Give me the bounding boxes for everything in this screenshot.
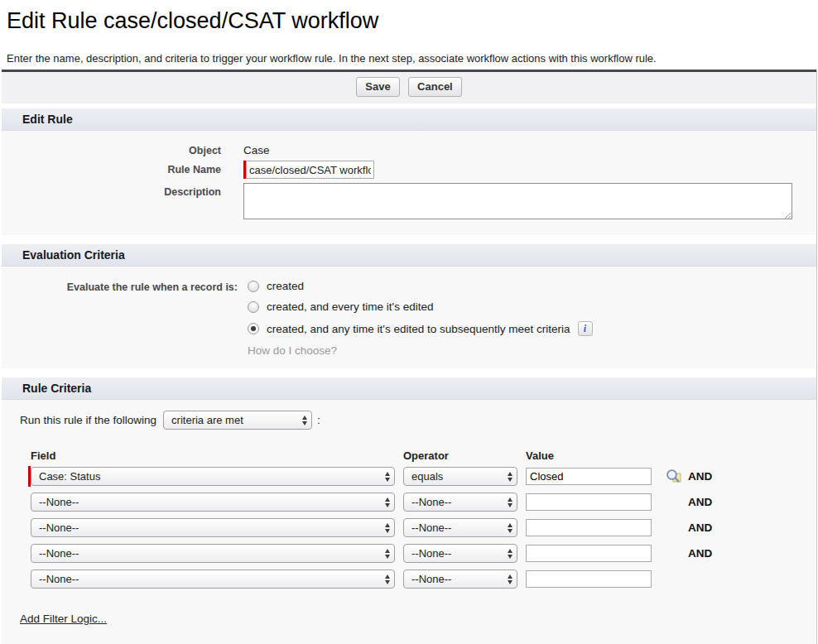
description-label: Description: [2, 183, 221, 223]
value-input[interactable]: [526, 493, 652, 511]
select-spinner-icon: [508, 472, 512, 482]
radio-option-created-edited: created, and every time it's edited: [248, 300, 593, 313]
value-input[interactable]: [526, 519, 652, 536]
and-connector: AND: [688, 470, 712, 483]
rule-name-input[interactable]: [246, 161, 374, 179]
select-spinner-icon: [385, 549, 390, 559]
field-select[interactable]: Case: Status: [31, 467, 395, 486]
value-input[interactable]: [526, 570, 652, 588]
evaluation-criteria-section: Evaluation Criteria Evaluate the rule wh…: [2, 244, 816, 368]
operator-select-value: --None--: [411, 547, 451, 560]
select-spinner-icon: [385, 472, 390, 482]
criteria-row: --None-- --None-- AND: [28, 492, 816, 512]
run-rule-suffix: :: [317, 414, 320, 426]
select-spinner-icon: [302, 416, 307, 425]
field-select[interactable]: --None--: [31, 493, 395, 512]
page-title: Edit Rule case/closed/CSAT workflow: [0, 0, 818, 34]
value-input[interactable]: [526, 545, 652, 562]
radio-option-label: created, and every time it's edited: [267, 300, 433, 313]
run-rule-text: Run this rule if the following: [20, 414, 156, 426]
select-spinner-icon: [385, 497, 390, 507]
filter-logic-select[interactable]: criteria are met: [163, 411, 312, 430]
select-spinner-icon: [508, 549, 512, 559]
top-button-bar: Save Cancel: [2, 70, 816, 103]
radio-button-icon[interactable]: [248, 281, 259, 292]
info-icon[interactable]: i: [578, 321, 593, 336]
rule-name-label: Rule Name: [2, 161, 221, 179]
operator-select-value: equals: [411, 470, 443, 483]
field-select-value: --None--: [39, 521, 79, 534]
criteria-table: Field Operator Value Case: Status equals: [28, 449, 816, 589]
main-content: Save Cancel Edit Rule Object Case Rule N…: [2, 70, 817, 644]
rule-criteria-section: Rule Criteria Run this rule if the follo…: [2, 377, 816, 644]
object-row: Object Case: [2, 142, 816, 156]
criteria-row: --None-- --None--: [28, 569, 816, 589]
radio-button-icon[interactable]: [248, 301, 259, 313]
evaluation-criteria-header: Evaluation Criteria: [2, 244, 816, 267]
select-spinner-icon: [508, 497, 512, 507]
textarea-resize-handle-icon[interactable]: [783, 212, 791, 219]
select-spinner-icon: [508, 574, 512, 584]
filter-logic-select-value: criteria are met: [171, 414, 243, 426]
operator-select[interactable]: --None--: [403, 544, 517, 563]
criteria-row: --None-- --None-- AND: [28, 543, 816, 564]
description-row: Description: [2, 183, 816, 223]
value-input[interactable]: [526, 468, 652, 485]
operator-column-header: Operator: [403, 449, 526, 462]
edit-rule-section: Edit Rule Object Case Rule Name Descript…: [2, 108, 816, 235]
field-select[interactable]: --None--: [31, 544, 395, 563]
radio-button-icon[interactable]: [248, 323, 259, 334]
operator-select-value: --None--: [411, 573, 451, 585]
select-spinner-icon: [508, 523, 512, 533]
field-select-value: --None--: [39, 496, 79, 508]
radio-option-created-subsequently: created, and any time it's edited to sub…: [248, 321, 593, 336]
object-value: Case: [243, 142, 270, 156]
operator-select-value: --None--: [411, 496, 451, 508]
lookup-icon[interactable]: [666, 469, 681, 484]
field-select-value: Case: Status: [39, 470, 100, 483]
field-column-header: Field: [28, 449, 403, 462]
object-label: Object: [2, 142, 221, 156]
operator-select[interactable]: --None--: [403, 518, 517, 537]
and-connector: AND: [688, 496, 712, 508]
field-select[interactable]: --None--: [31, 518, 395, 537]
operator-select-value: --None--: [411, 521, 451, 534]
select-spinner-icon: [385, 523, 390, 533]
operator-select[interactable]: equals: [403, 467, 517, 486]
rule-criteria-header: Rule Criteria: [2, 377, 816, 400]
field-select-value: --None--: [39, 573, 79, 585]
operator-select[interactable]: --None--: [403, 570, 517, 589]
and-connector: AND: [688, 521, 712, 534]
rule-name-row: Rule Name: [2, 161, 816, 179]
field-select[interactable]: --None--: [31, 570, 395, 589]
criteria-row: Case: Status equals: [28, 466, 816, 487]
how-do-i-choose-link[interactable]: How do I choose?: [248, 344, 593, 357]
value-column-header: Value: [526, 449, 554, 462]
criteria-row: --None-- --None-- AND: [28, 517, 816, 538]
radio-option-label: created: [267, 280, 304, 292]
edit-rule-header: Edit Rule: [2, 108, 816, 131]
radio-option-created: created: [248, 280, 593, 292]
radio-option-label: created, and any time it's edited to sub…: [267, 323, 570, 335]
select-spinner-icon: [385, 574, 390, 584]
evaluate-when-label: Evaluate the rule when a record is:: [2, 280, 238, 357]
save-button[interactable]: Save: [356, 77, 399, 97]
operator-select[interactable]: --None--: [403, 493, 517, 512]
cancel-button[interactable]: Cancel: [408, 77, 462, 97]
add-filter-logic-link[interactable]: Add Filter Logic...: [20, 613, 107, 625]
description-textarea[interactable]: [243, 183, 792, 219]
field-select-value: --None--: [39, 547, 79, 560]
and-connector: AND: [688, 547, 712, 560]
page-subtitle: Enter the name, description, and criteri…: [0, 34, 818, 70]
